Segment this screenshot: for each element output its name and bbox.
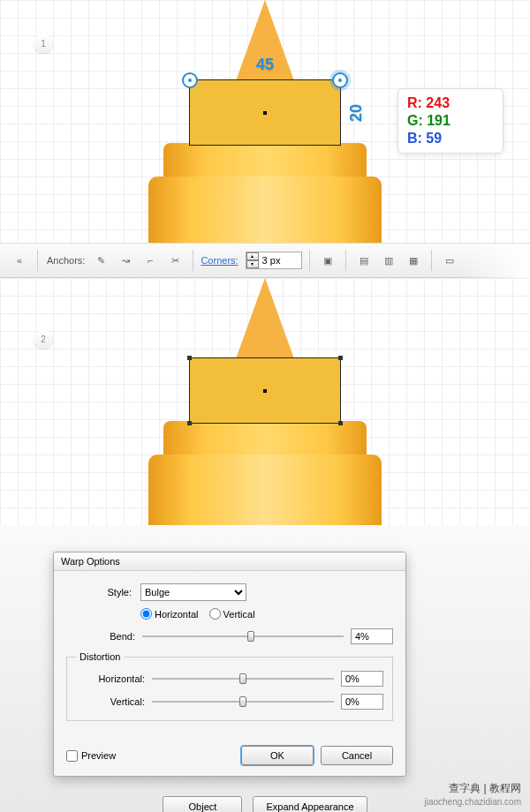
cancel-button[interactable]: Cancel — [321, 746, 393, 765]
bounding-box-icon[interactable]: ▣ — [317, 250, 338, 271]
corners-spinner[interactable]: ▴▾ — [246, 252, 259, 268]
bend-input[interactable] — [351, 628, 393, 644]
anchor-point[interactable] — [187, 421, 192, 425]
slider-thumb[interactable] — [239, 696, 246, 707]
separator — [193, 250, 193, 271]
radio-vertical[interactable]: Vertical — [209, 608, 255, 620]
corners-input-group: ▴▾ — [246, 252, 302, 269]
rgb-callout: R: 243 G: 191 B: 59 — [398, 88, 504, 154]
height-dimension: 20 — [346, 103, 365, 121]
canvas-step-2: 2 — [0, 278, 530, 525]
dist-h-label: Horizontal: — [76, 673, 145, 684]
spinner-up-icon[interactable]: ▴ — [246, 252, 259, 260]
watermark-bottom: 查字典 | 教程网 jiaocheng.chazidian.com — [424, 782, 521, 808]
anchor-point[interactable] — [338, 421, 343, 425]
radio-horizontal[interactable]: Horizontal — [140, 608, 199, 620]
rgb-red: R: 243 — [407, 94, 494, 112]
spinner-down-icon[interactable]: ▾ — [246, 260, 259, 268]
align-center-icon[interactable]: ▥ — [378, 250, 399, 271]
ok-button[interactable]: OK — [241, 746, 314, 765]
selected-rectangle[interactable] — [189, 357, 341, 424]
anchors-label: Anchors: — [47, 255, 85, 266]
convert-anchor-icon[interactable]: ✎ — [90, 250, 111, 271]
overflow-left-icon[interactable]: « — [9, 250, 30, 271]
align-left-icon[interactable]: ▤ — [353, 250, 375, 271]
anchor-corner-icon[interactable]: ⌐ — [140, 250, 161, 271]
radio-horizontal-input[interactable] — [140, 608, 152, 620]
dist-h-input[interactable] — [341, 671, 383, 687]
bottle-illustration-1: 45 20 — [132, 0, 398, 243]
corners-input[interactable] — [259, 252, 301, 268]
control-toolbar: « Anchors: ✎ ↝ ⌐ ✂ Corners: ▴▾ ▣ ▤ ▥ ▦ ▭ — [0, 243, 530, 278]
separator — [431, 250, 432, 271]
bend-slider[interactable] — [142, 630, 344, 643]
slider-thumb[interactable] — [247, 631, 254, 642]
expand-appearance-button[interactable]: Expand Appearance — [253, 796, 367, 812]
dialog-buttons: Preview OK Cancel — [54, 739, 405, 776]
corners-label[interactable]: Corners: — [201, 255, 238, 266]
cut-path-icon[interactable]: ✂ — [164, 250, 186, 271]
dialog-area: Warp Options Style: Bulge Horizontal Ver… — [0, 525, 530, 812]
anchor-point[interactable] — [338, 356, 343, 360]
radio-vertical-input[interactable] — [209, 608, 221, 620]
object-button[interactable]: Object — [163, 796, 242, 812]
selected-rectangle[interactable]: 45 20 — [189, 79, 341, 146]
separator — [309, 250, 310, 271]
dialog-title: Warp Options — [54, 553, 405, 571]
rgb-blue: B: 59 — [407, 130, 494, 147]
dist-v-input[interactable] — [341, 694, 383, 710]
align-top-icon[interactable]: ▭ — [439, 250, 460, 271]
watermark-bottom-url: jiaocheng.chazidian.com — [424, 796, 521, 808]
separator — [37, 250, 38, 271]
distortion-legend: Distortion — [76, 651, 124, 662]
separator — [345, 250, 346, 271]
center-point-icon — [263, 111, 267, 115]
warp-options-dialog: Warp Options Style: Bulge Horizontal Ver… — [53, 552, 406, 777]
step-badge-2: 2 — [34, 329, 53, 349]
bottle-body — [148, 177, 382, 243]
bottle-illustration-2 — [132, 278, 398, 525]
width-dimension: 45 — [256, 56, 274, 74]
anchor-point[interactable] — [187, 356, 192, 360]
canvas-step-1: 1 45 20 R: 243 G: 191 B: 59 — [0, 0, 530, 243]
bottle-body — [148, 455, 382, 525]
watermark-bottom-cn: 查字典 | 教程网 — [424, 782, 521, 796]
orientation-radios: Horizontal Vertical — [140, 608, 393, 620]
align-right-icon[interactable]: ▦ — [403, 250, 424, 271]
center-point-icon — [263, 389, 267, 393]
step-badge-1: 1 — [34, 34, 53, 53]
dist-h-slider[interactable] — [152, 673, 334, 685]
style-label: Style: — [66, 587, 135, 598]
rgb-green: G: 191 — [407, 112, 494, 130]
preview-checkbox-input[interactable] — [66, 750, 78, 762]
slider-thumb[interactable] — [239, 673, 246, 684]
selection-handle-tl[interactable] — [182, 72, 198, 88]
distortion-fieldset: Distortion Horizontal: Vertical: — [66, 651, 393, 721]
style-select[interactable]: Bulge — [140, 583, 246, 601]
anchor-smooth-icon[interactable]: ↝ — [115, 250, 136, 271]
preview-checkbox[interactable]: Preview — [66, 750, 116, 762]
dist-v-label: Vertical: — [76, 696, 145, 707]
toolbar-fade — [459, 244, 530, 279]
selection-handle-tr[interactable] — [332, 72, 348, 88]
dialog-body: Style: Bulge Horizontal Vertical Bend: D… — [54, 571, 405, 739]
bottom-button-row: Object Expand Appearance — [53, 796, 477, 812]
bend-label: Bend: — [66, 631, 135, 642]
dist-v-slider[interactable] — [152, 695, 334, 708]
